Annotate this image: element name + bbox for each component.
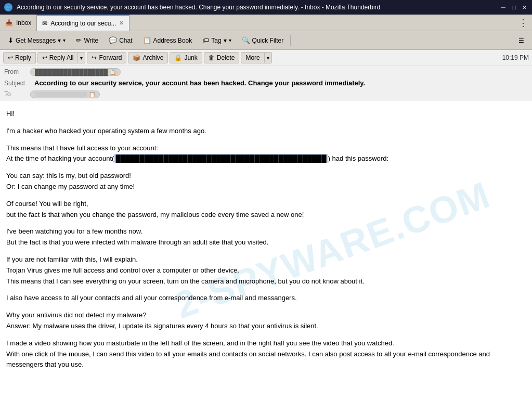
to-email-icon: 📋	[89, 92, 95, 97]
chat-icon: 💬	[109, 36, 117, 44]
body-p1: I'm a hacker who hacked your operating s…	[6, 126, 526, 137]
reply-all-arrow-button[interactable]: ▾	[78, 52, 85, 63]
body-p6: If you are not familiar with this, I wil…	[6, 254, 526, 287]
body-p8-line1: Why your antivirus did not detect my mal…	[6, 311, 147, 319]
toolbar-menu-button[interactable]: ☰	[514, 35, 529, 46]
more-arrow-button[interactable]: ▾	[265, 52, 272, 63]
message-body[interactable]: 2-SPYWARE.COM Hi! I'm a hacker who hacke…	[0, 100, 532, 400]
forward-button[interactable]: ↪ Forward	[87, 52, 126, 63]
reply-button[interactable]: ↩ Reply	[3, 52, 36, 63]
reply-all-button[interactable]: ↩ Reply All	[37, 52, 79, 63]
archive-icon: 📦	[133, 54, 140, 61]
body-p2-line2-prefix: At the time of hacking your account(	[6, 154, 114, 162]
quick-filter-button[interactable]: 🔍 Quick Filter	[237, 34, 289, 46]
write-button[interactable]: ✏ Write	[71, 34, 103, 46]
archive-label: Archive	[142, 54, 163, 61]
maximize-button[interactable]: □	[510, 4, 517, 11]
more-button[interactable]: More	[241, 52, 264, 63]
message-header-area: ↩ Reply ↩ Reply All ▾ ↪ Forward 📦 Archiv…	[0, 50, 532, 100]
window-title: According to our security service, your …	[17, 4, 496, 11]
more-label: More	[245, 54, 259, 61]
delete-label: Delete	[217, 54, 235, 61]
body-p4-line1: Of course! You will be right,	[6, 200, 88, 208]
reply-all-icon: ↩	[42, 54, 47, 61]
subject-text: According to our security service, your …	[34, 79, 528, 87]
body-p5: I've been watching you for a few months …	[6, 226, 526, 248]
body-p7: I also have access to all your contacts …	[6, 293, 526, 304]
forward-icon: ↪	[92, 54, 97, 61]
body-p4-line2: but the fact is that when you change the…	[6, 211, 304, 218]
minimize-button[interactable]: ─	[500, 4, 507, 11]
address-book-label: Address Book	[153, 37, 192, 44]
main-content: ↩ Reply ↩ Reply All ▾ ↪ Forward 📦 Archiv…	[0, 50, 532, 400]
archive-button[interactable]: 📦 Archive	[128, 52, 168, 63]
reply-all-label: Reply All	[49, 54, 74, 61]
tag-button[interactable]: 🏷 Tag ▾	[198, 34, 236, 46]
email-tab-icon: ✉	[42, 20, 47, 27]
junk-icon: 🔒	[174, 54, 182, 61]
forward-label: Forward	[99, 54, 122, 61]
get-messages-arrow-icon: ▾	[58, 37, 61, 44]
tag-icon: 🏷	[202, 36, 209, 44]
email-tab-label: According to our secu...	[50, 20, 116, 27]
quick-filter-icon: 🔍	[242, 36, 250, 44]
body-p2-line2-suffix: ) had this password:	[328, 154, 388, 162]
toolbar-separator	[290, 35, 291, 46]
greeting: Hi!	[6, 109, 526, 120]
delete-button[interactable]: 🗑 Delete	[204, 52, 240, 63]
inbox-tab-label: Inbox	[16, 19, 31, 27]
body-p2: This means that I have full access to yo…	[6, 143, 526, 165]
toolbar: ⬇ Get Messages ▾ ✏ Write 💬 Chat 📋 Addres…	[0, 31, 532, 50]
body-p5-line1: I've been watching you for a few months …	[6, 227, 142, 235]
quick-filter-label: Quick Filter	[252, 37, 284, 44]
body-p6-line2: Trojan Virus gives me full access and co…	[6, 266, 239, 274]
subject-field: Subject According to our security servic…	[0, 78, 532, 88]
body-p2-highlight: ████████████████████████████████████████…	[114, 154, 328, 163]
reply-label: Reply	[15, 54, 31, 61]
chat-button[interactable]: 💬 Chat	[104, 34, 137, 46]
email-time: 10:19 PM	[502, 54, 529, 61]
from-label: From	[4, 68, 30, 75]
body-p9-line1: I made a video showing how you masturbat…	[6, 339, 394, 347]
body-p9-line2: With one click of the mouse, I can send …	[6, 350, 490, 369]
tag-label: Tag	[211, 37, 221, 44]
action-bar: ↩ Reply ↩ Reply All ▾ ↪ Forward 📦 Archiv…	[0, 50, 532, 66]
tab-inbox[interactable]: 📥 Inbox	[0, 15, 37, 31]
tab-menu-button[interactable]: ⋮	[518, 17, 528, 29]
body-p4: Of course! You will be right, but the fa…	[6, 199, 526, 221]
close-button[interactable]: ✕	[521, 4, 528, 11]
tab-email[interactable]: ✉ According to our secu... ✕	[37, 15, 129, 31]
title-bar: 🐦 According to our security service, you…	[0, 0, 532, 15]
junk-button[interactable]: 🔒 Junk	[170, 52, 202, 63]
window-controls: ─ □ ✕	[500, 4, 528, 11]
address-book-button[interactable]: 📋 Address Book	[138, 34, 197, 46]
reply-all-group: ↩ Reply All ▾	[37, 52, 86, 63]
body-p3: You can say: this is my, but old passwor…	[6, 171, 526, 192]
chat-label: Chat	[119, 37, 132, 44]
message-content: Hi! I'm a hacker who hacked your operati…	[6, 109, 526, 370]
get-messages-button[interactable]: ⬇ Get Messages ▾	[3, 34, 70, 46]
reply-icon: ↩	[8, 54, 13, 61]
delete-icon: 🗑	[209, 54, 215, 61]
junk-label: Junk	[184, 54, 197, 61]
from-value: ██████████████████ 📋	[30, 68, 121, 76]
inbox-tab-icon: 📥	[5, 19, 13, 27]
to-email-text	[35, 92, 87, 97]
body-p8: Why your antivirus did not detect my mal…	[6, 310, 526, 332]
subject-label: Subject	[4, 80, 30, 87]
body-p9: I made a video showing how you masturbat…	[6, 338, 526, 370]
tag-arrow-icon: ▾	[224, 37, 227, 44]
to-value: 📋	[30, 91, 100, 98]
address-book-icon: 📋	[143, 36, 151, 44]
body-p5-line2: But the fact is that you were infected w…	[6, 238, 268, 246]
to-label: To	[4, 91, 30, 98]
body-p3-line2: Or: I can change my password at any time…	[6, 183, 135, 190]
from-field: From ██████████████████ 📋	[0, 66, 532, 78]
get-messages-icon: ⬇	[8, 36, 14, 44]
email-tab-close[interactable]: ✕	[119, 20, 124, 27]
reply-group: ↩ Reply	[3, 52, 36, 63]
toolbar-menu-icon: ☰	[518, 37, 524, 44]
tab-bar-end: ⋮	[129, 15, 532, 31]
write-icon: ✏	[76, 36, 82, 44]
to-field: To 📋	[0, 88, 532, 100]
